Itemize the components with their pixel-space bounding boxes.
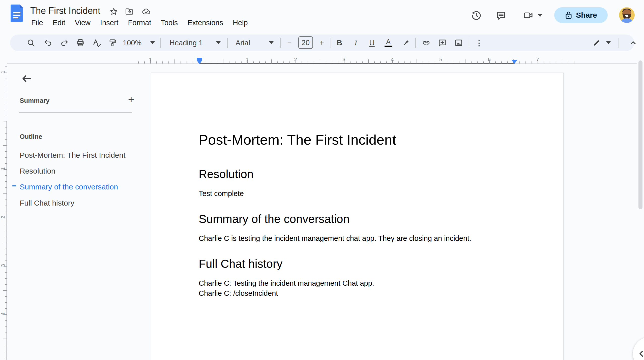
highlight-color-icon[interactable] [400,37,412,49]
paragraph-style-select[interactable]: Heading 1 [169,37,203,49]
ruler-number: 1 [242,56,252,62]
menu-tools[interactable]: Tools [158,18,180,28]
doc-heading-2[interactable]: Full Chat history [199,257,282,271]
vertical-scrollbar-thumb[interactable] [638,60,642,209]
version-history-icon[interactable] [471,10,482,21]
toolbar-divider [227,38,228,48]
menu-help[interactable]: Help [230,18,250,28]
ruler-number: 3 [0,260,6,271]
summary-divider [19,112,132,113]
active-outline-dash [12,185,16,186]
font-value: Arial [236,39,250,47]
vertical-ruler[interactable]: 11234 [0,64,8,360]
menu-format[interactable]: Format [126,18,154,28]
ruler-number: 4 [0,309,6,319]
doc-paragraph[interactable]: Charlie C is testing the incident manage… [199,234,471,243]
menu-file[interactable]: File [29,18,46,28]
font-caret-icon[interactable] [269,41,274,44]
add-summary-button[interactable]: + [125,94,137,106]
outline-section-label: Outline [20,133,42,141]
zoom-select[interactable]: 100% [123,37,141,49]
hide-menus-chevron-icon[interactable] [627,37,639,49]
add-comment-icon[interactable] [436,37,448,49]
more-options-button[interactable]: ⋮ [473,37,485,49]
right-indent-marker[interactable] [512,60,517,64]
google-docs-logo[interactable] [11,5,23,22]
menu-insert[interactable]: Insert [98,18,121,28]
font-select[interactable]: Arial [236,37,250,49]
insert-image-icon[interactable] [453,37,465,49]
left-indent-marker[interactable] [197,60,202,64]
outline-item[interactable]: Full Chat history [20,198,74,208]
video-call-dropdown-caret[interactable] [538,14,542,17]
menu-edit[interactable]: Edit [50,18,68,28]
doc-paragraph[interactable]: Charlie C: Testing the incident manageme… [199,279,374,287]
comments-icon[interactable] [495,10,507,21]
doc-heading-1[interactable]: Post-Mortem: The First Incident [199,132,396,148]
underline-glyph: U [369,39,375,47]
show-side-panel-button[interactable] [633,337,644,360]
menu-bar: File Edit View Insert Format Tools Exten… [29,18,250,28]
doc-paragraph[interactable]: Test complete [199,189,244,198]
google-docs-window: The First Incident File Edit View Insert… [0,0,644,360]
outline-item[interactable]: Resolution [20,166,55,176]
search-menus-icon[interactable] [25,37,37,49]
horizontal-ruler[interactable]: 11234567 [0,56,644,64]
bold-button[interactable]: B [333,37,345,49]
ruler-active-line [7,121,7,360]
doc-heading-2[interactable]: Resolution [199,167,253,181]
ruler-number: 7 [533,56,543,62]
print-icon[interactable] [74,37,86,49]
chevron-left-icon [636,349,644,359]
move-folder-icon[interactable] [125,7,134,16]
ruler-line [7,64,7,121]
toolbar-divider [331,38,331,48]
underline-button[interactable]: U [366,37,378,49]
avatar-shirt [620,18,634,23]
doc-heading-2[interactable]: Summary of the conversation [199,212,349,226]
close-outline-back-button[interactable] [19,71,35,87]
video-call-icon[interactable] [522,10,534,21]
paint-format-icon[interactable] [106,37,119,49]
zoom-value: 100% [123,39,141,47]
editing-mode-pencil-icon[interactable] [591,37,603,49]
increase-font-size-button[interactable]: + [316,37,328,49]
outline-item[interactable]: Post-Mortem: The First Incident [20,150,126,160]
undo-icon[interactable] [42,37,54,49]
user-avatar[interactable] [619,7,635,23]
toolbar-divider [469,38,469,48]
text-color-button[interactable]: A [382,37,394,49]
ruler-active-line [199,63,514,64]
style-caret-icon[interactable] [216,41,221,44]
font-size-input[interactable]: 20 [298,36,313,49]
ruler-number: 1 [145,56,155,62]
doc-paragraph[interactable]: Charlie C: /closeIncident [199,289,278,298]
first-line-indent-marker[interactable] [197,58,202,60]
summary-section-label: Summary [20,97,50,105]
ruler-number: 2 [290,56,301,62]
share-button[interactable]: Share [554,7,608,23]
toolbar-divider [619,38,619,48]
menu-extensions[interactable]: Extensions [185,18,226,28]
document-title[interactable]: The First Incident [30,6,100,16]
ruler-number: 2 [0,212,6,222]
italic-button[interactable]: I [350,37,362,49]
text-color-swatch [385,46,392,47]
spell-check-icon[interactable] [91,37,103,49]
cloud-saved-icon[interactable] [142,7,151,16]
ruler-number: 1 [0,67,6,77]
insert-link-icon[interactable] [420,37,432,49]
outline-item-active[interactable]: Summary of the conversation [20,182,118,192]
redo-icon[interactable] [58,37,70,49]
paragraph-style-value: Heading 1 [169,39,203,47]
star-icon[interactable] [109,7,118,16]
menu-view[interactable]: View [72,18,93,28]
ruler-number: 4 [387,56,397,62]
share-button-label: Share [576,11,597,19]
editing-mode-caret-icon[interactable] [606,41,611,44]
toolbar-divider [160,38,161,48]
toolbar-divider [280,38,281,48]
zoom-caret-icon[interactable] [150,41,155,44]
lock-icon [565,11,572,19]
decrease-font-size-button[interactable]: − [283,37,296,49]
